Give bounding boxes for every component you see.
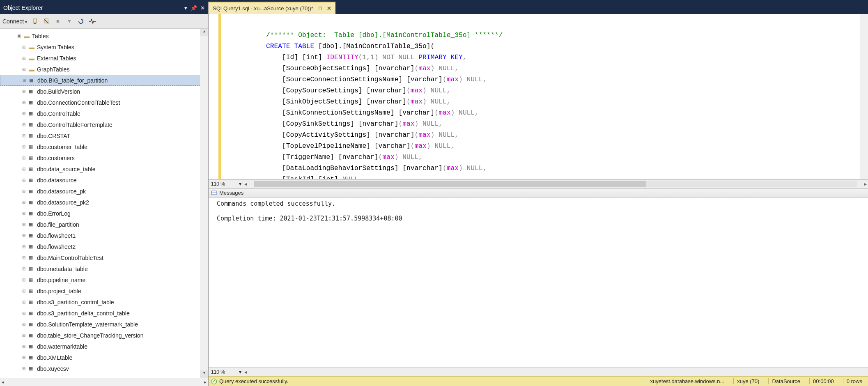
table-icon: ▦ xyxy=(29,322,35,327)
tree-expander-icon[interactable]: ⊞ xyxy=(22,278,28,282)
tree-item[interactable]: ⊞▦dbo.s3_partition_delta_control_table xyxy=(0,308,208,319)
tree-item[interactable]: ⊞▦dbo.BIG_table_for_partition xyxy=(0,75,208,86)
tree-item[interactable]: ⊞▦dbo.table_store_ChangeTracking_version xyxy=(0,330,208,341)
messages-tab-icon xyxy=(211,191,217,195)
sql-code-text[interactable]: /****** Object: Table [dbo].[MainControl… xyxy=(221,14,868,179)
connect-server-icon[interactable] xyxy=(31,18,39,25)
tree-expander-icon[interactable]: ⊞ xyxy=(22,67,28,71)
tree-expander-icon[interactable]: ⊞ xyxy=(22,133,28,138)
tree-expander-icon[interactable]: ⊞ xyxy=(22,211,28,216)
editor-zoom-dropdown-icon[interactable]: ▾ xyxy=(237,181,243,187)
refresh-icon[interactable] xyxy=(77,18,85,25)
tree-item[interactable]: ⊞▬System Tables xyxy=(0,41,208,53)
tree-expander-icon[interactable]: ⊞ xyxy=(22,244,28,249)
tree-item-label: dbo.ErrorLog xyxy=(37,210,71,217)
tree-item[interactable]: ⊞▦dbo.BuildVersion xyxy=(0,86,208,97)
activity-icon[interactable] xyxy=(89,18,96,25)
tab-pin-icon[interactable]: ⊓ xyxy=(318,5,322,11)
tree-item[interactable]: ⊞▦dbo.ErrorLog xyxy=(0,208,208,219)
svg-point-1 xyxy=(34,23,36,24)
messages-tab-label: Messages xyxy=(219,190,243,196)
tree-item[interactable]: ⊞▦dbo.SolutionTemplate_watermark_table xyxy=(0,319,208,330)
tree-expander-icon[interactable]: ⊞ xyxy=(22,189,28,193)
disconnect-server-icon[interactable] xyxy=(43,18,50,25)
tree-item[interactable]: ⊞▦dbo.CRSTAT xyxy=(0,130,208,141)
tree-item[interactable]: ⊞▦dbo.pipeline_name xyxy=(0,274,208,285)
status-success-icon: ✓ xyxy=(211,379,217,384)
tree-expander-icon[interactable]: ⊞ xyxy=(22,122,28,127)
tree-horizontal-scrollbar[interactable]: ◂▸ xyxy=(0,378,208,386)
tree-item[interactable]: ⊞▦dbo.metadata_table xyxy=(0,263,208,274)
tree-expander-icon[interactable]: ⊞ xyxy=(22,167,28,171)
tree-expander-icon[interactable]: ▣ xyxy=(17,34,23,38)
tree-item[interactable]: ⊞▬GraphTables xyxy=(0,64,208,75)
tree-expander-icon[interactable]: ⊞ xyxy=(22,145,28,149)
close-icon[interactable]: ✕ xyxy=(200,5,205,11)
tree-item[interactable]: ⊞▦dbo.MainControlTableTest xyxy=(0,252,208,263)
window-position-icon[interactable]: ▾ xyxy=(184,5,187,11)
hscroll-right-icon[interactable]: ▸ xyxy=(863,181,868,187)
tree-item[interactable]: ⊞▦dbo.flowsheet1 xyxy=(0,230,208,241)
tree-expander-icon[interactable]: ⊞ xyxy=(22,255,28,260)
editor-zoom-value[interactable]: 110 % xyxy=(209,181,237,187)
tree-expander-icon[interactable]: ⊞ xyxy=(22,322,28,326)
tree-item[interactable]: ⊞▦dbo.xuyecsv xyxy=(0,363,208,374)
object-explorer-header[interactable]: Object Explorer ▾ 📌 ✕ xyxy=(0,2,208,14)
tree-item[interactable]: ⊞▦dbo.datasource xyxy=(0,175,208,186)
tree-expander-icon[interactable]: ⊞ xyxy=(22,366,28,371)
tab-close-icon[interactable]: ✕ xyxy=(327,5,331,11)
object-explorer-tree[interactable]: ▣▬Tables⊞▬System Tables⊞▬External Tables… xyxy=(0,29,208,378)
tree-expander-icon[interactable]: ⊞ xyxy=(22,111,28,116)
messages-zoom-dropdown-icon[interactable]: ▾ xyxy=(237,369,243,375)
tree-expander-icon[interactable]: ⊞ xyxy=(22,56,28,60)
tree-expander-icon[interactable]: ⊞ xyxy=(22,222,28,227)
stop-icon[interactable]: ■ xyxy=(54,18,62,25)
tree-item[interactable]: ⊞▦dbo.XMLtable xyxy=(0,352,208,363)
tree-expander-icon[interactable]: ⊞ xyxy=(22,89,28,94)
msg-hscroll-left-icon[interactable]: ◂ xyxy=(243,369,248,375)
tree-item[interactable]: ⊞▦dbo.datasource_pk xyxy=(0,186,208,197)
filter-icon[interactable]: ▼ xyxy=(66,18,73,25)
tree-item[interactable]: ⊞▦dbo.watermarktable xyxy=(0,341,208,352)
tree-vertical-scrollbar[interactable]: ▴ ▾ xyxy=(200,29,208,378)
tree-expander-icon[interactable]: ⊞ xyxy=(22,355,28,360)
tree-item[interactable]: ⊞▦dbo.data_source_table xyxy=(0,163,208,175)
editor-vertical-scrollbar[interactable] xyxy=(860,14,868,179)
tree-item[interactable]: ⊞▦dbo.ConnectionControlTableTest xyxy=(0,97,208,108)
messages-tab-header[interactable]: Messages xyxy=(209,188,868,198)
tree-expander-icon[interactable]: ⊞ xyxy=(22,267,28,271)
object-explorer-title: Object Explorer xyxy=(3,5,184,11)
tree-expander-icon[interactable]: ⊞ xyxy=(22,178,28,182)
tree-item[interactable]: ⊞▦dbo.ControlTableForTemplate xyxy=(0,119,208,130)
tree-expander-icon[interactable]: ⊞ xyxy=(22,300,28,304)
tree-item[interactable]: ⊞▦dbo.s3_partition_control_table xyxy=(0,296,208,308)
tree-item[interactable]: ⊞▦dbo.file_partition xyxy=(0,219,208,230)
pin-icon[interactable]: 📌 xyxy=(191,5,197,11)
tree-expander-icon[interactable]: ⊞ xyxy=(22,45,28,49)
tree-item-label: dbo.ConnectionControlTableTest xyxy=(37,99,120,106)
tree-expander-icon[interactable]: ⊞ xyxy=(22,233,28,238)
tree-expander-icon[interactable]: ⊞ xyxy=(22,344,28,349)
tree-item[interactable]: ⊞▦dbo.customers xyxy=(0,152,208,163)
tree-expander-icon[interactable]: ⊞ xyxy=(22,100,28,105)
tree-item[interactable]: ⊞▦dbo.ControlTable xyxy=(0,108,208,119)
hscroll-left-icon[interactable]: ◂ xyxy=(243,181,248,187)
tree-item[interactable]: ⊞▦dbo.project_table xyxy=(0,285,208,296)
messages-output[interactable]: Commands completed successfully. Complet… xyxy=(209,198,868,368)
tree-expander-icon[interactable]: ⊞ xyxy=(23,78,28,83)
tree-expander-icon[interactable]: ⊞ xyxy=(22,156,28,160)
tree-item[interactable]: ▣▬Tables xyxy=(0,30,208,41)
tree-item[interactable]: ⊞▦dbo.customer_table xyxy=(0,141,208,152)
tree-item[interactable]: ⊞▬External Tables xyxy=(0,53,208,64)
tree-expander-icon[interactable]: ⊞ xyxy=(22,333,28,338)
sql-editor[interactable]: /****** Object: Table [dbo].[MainControl… xyxy=(209,14,868,179)
tree-expander-icon[interactable]: ⊞ xyxy=(22,200,28,204)
tab-sqlquery1[interactable]: SQLQuery1.sql - xu...aSource (xuye (70))… xyxy=(209,2,335,14)
editor-horizontal-scrollbar[interactable] xyxy=(254,181,857,187)
messages-zoom-value[interactable]: 110 % xyxy=(209,369,237,375)
connect-button[interactable]: Connect xyxy=(2,18,27,25)
tree-expander-icon[interactable]: ⊞ xyxy=(22,289,28,293)
tree-item[interactable]: ⊞▦dbo.flowsheet2 xyxy=(0,241,208,252)
tree-expander-icon[interactable]: ⊞ xyxy=(22,311,28,315)
tree-item[interactable]: ⊞▦dbo.datasource_pk2 xyxy=(0,197,208,208)
